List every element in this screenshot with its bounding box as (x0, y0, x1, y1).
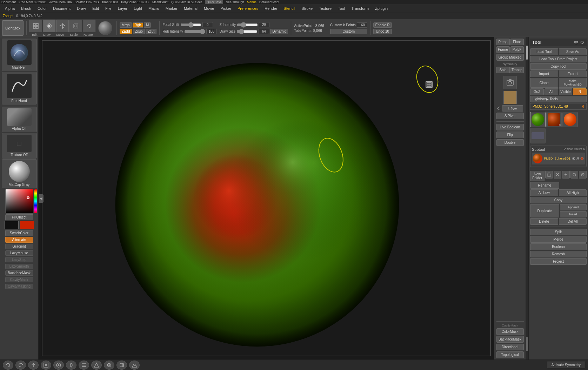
maskpen-tool[interactable]: MaskPen (2, 39, 37, 71)
texture-off-card[interactable]: □ Texture Off (2, 133, 37, 159)
menu-stencil[interactable]: Stencil (281, 6, 298, 11)
new-folder-button[interactable]: New Folder (530, 171, 544, 181)
bottom-btn-5[interactable] (53, 361, 64, 370)
backface-mask-button[interactable]: BackfaceMask (5, 270, 33, 276)
menu-layer[interactable]: Layer (115, 6, 131, 11)
del-all-button[interactable]: Del All (559, 218, 587, 225)
zscript-label[interactable]: Zscript (3, 14, 13, 18)
boolean-button[interactable]: Boolean (530, 243, 587, 250)
move-button[interactable] (56, 20, 69, 32)
bottom-btn-undo[interactable] (3, 361, 13, 370)
switch-color-button[interactable]: SwitchColor (5, 230, 33, 236)
folder-icon-5[interactable] (579, 171, 587, 179)
menu-brush[interactable]: Brush (18, 6, 34, 11)
menu-edit[interactable]: Edit (89, 6, 102, 11)
topological-button[interactable]: Topological (496, 351, 524, 358)
double-button[interactable]: Double (496, 139, 524, 146)
flip-button[interactable]: Flip (496, 132, 524, 138)
tool-thumb-pm3d-sphere3[interactable] (530, 112, 546, 127)
all-low-button[interactable]: All Low (530, 189, 558, 196)
lazy-mouse-button[interactable]: LazyMouse (5, 250, 33, 256)
snapshot-button[interactable] (503, 76, 517, 89)
menu-texture[interactable]: Texture (316, 6, 334, 11)
bottom-btn-7[interactable] (79, 361, 89, 370)
make-polymesh3d-button[interactable]: Make PolyMesh3D (559, 78, 587, 88)
draw-size-slider[interactable] (236, 30, 258, 33)
append-button[interactable]: Append (560, 204, 587, 210)
menu-color[interactable]: Color (35, 6, 49, 11)
color-mask-button[interactable]: ColorMask (496, 328, 524, 335)
load-tool-button[interactable]: Load Tool (530, 48, 558, 55)
bottom-btn-redo[interactable] (15, 361, 26, 370)
rgb-intensity-slider[interactable] (184, 30, 205, 33)
save-as-button[interactable]: Save As (559, 48, 587, 55)
alternate-button[interactable]: Alternate (5, 237, 33, 243)
polyf-button[interactable]: PolyF (510, 46, 524, 53)
fill-object-button[interactable]: FillObject (5, 214, 33, 220)
canvas-area[interactable] (39, 37, 494, 359)
matcap-card[interactable]: MatCap Gray (2, 159, 37, 188)
group-masked-button[interactable]: Group Masked (496, 54, 524, 61)
export-button[interactable]: Export (559, 70, 587, 77)
project-button[interactable]: Project (530, 258, 587, 265)
clone-button[interactable]: Clone (530, 78, 558, 88)
folder-icon-3[interactable] (562, 171, 570, 179)
duplicate-button[interactable]: Duplicate (530, 204, 559, 217)
dynamic-button[interactable]: Dynamic (270, 29, 288, 34)
z-intensity-slider[interactable] (237, 23, 258, 26)
swatch-red[interactable] (20, 221, 34, 229)
mrgb-button[interactable]: Mrgb (120, 22, 132, 28)
scroll-indicator[interactable] (526, 37, 528, 359)
alpha-off-card[interactable]: Alpha Off (2, 107, 37, 132)
menu-draw[interactable]: Draw (74, 6, 89, 11)
menu-alpha[interactable]: Alpha (2, 6, 18, 11)
subtool-eye-icon[interactable] (572, 157, 575, 160)
load-tools-from-project-button[interactable]: Load Tools From Project (530, 56, 587, 62)
bottom-btn-8[interactable] (91, 361, 102, 370)
swatch-black[interactable] (5, 221, 19, 229)
menu-material[interactable]: Material (181, 6, 200, 11)
menu-tool[interactable]: Tool (335, 6, 348, 11)
lightbox-tools-button[interactable]: Lightbox▶ Tools (530, 96, 587, 102)
color-picker[interactable]: FillObject SwitchColor Alternate (2, 189, 37, 243)
gradient-button[interactable]: Gradient (5, 244, 33, 249)
bottom-btn-6[interactable] (66, 361, 76, 370)
quick-save-btn[interactable]: QuickSave (205, 0, 223, 4)
folder-icon-2[interactable] (554, 171, 561, 179)
menu-stroke[interactable]: Stroke (299, 6, 315, 11)
visible-button[interactable]: Visible (559, 88, 573, 95)
menu-transform[interactable]: Transform (348, 6, 372, 11)
copy-tool-button[interactable]: Copy Tool (530, 63, 587, 70)
lightbox-button[interactable]: LightBox (2, 20, 24, 36)
bottom-btn-4[interactable] (41, 361, 51, 370)
tool-thumb-cylinder[interactable]: C (546, 112, 562, 127)
lazy-smooth-button[interactable]: LazySmooth (5, 264, 33, 269)
bottom-btn-10[interactable] (116, 361, 127, 370)
remesh-button[interactable]: Remesh (530, 251, 587, 257)
custom-button[interactable]: Custom (330, 29, 367, 34)
enable-r-button[interactable]: Enable R (373, 22, 392, 28)
all-high-button[interactable]: All High (559, 189, 587, 196)
bottom-btn-11[interactable] (129, 361, 140, 370)
cavity-mask-button[interactable]: CavityMask (5, 277, 33, 282)
menu-document[interactable]: Document (50, 6, 73, 11)
bottom-btn-3[interactable] (28, 361, 39, 370)
tool-thumb-simple[interactable] (562, 112, 578, 127)
floor-button[interactable]: Floor (510, 39, 524, 45)
zsub-button[interactable]: Zsub (133, 29, 145, 34)
subtool-color-icon[interactable] (580, 157, 584, 160)
menu-macro[interactable]: Macro (146, 6, 162, 11)
folder-icon-4[interactable] (570, 171, 578, 179)
m-button[interactable]: M (144, 22, 151, 28)
split-button[interactable]: Split (530, 229, 587, 235)
copy-button[interactable]: Copy (530, 197, 587, 203)
all-button[interactable]: All (544, 88, 558, 95)
persp-button[interactable]: Persp (496, 39, 510, 45)
goz-button[interactable]: GoZ (530, 88, 544, 95)
backface-mask-view-button[interactable]: BackfaceMask (496, 336, 524, 343)
zadd-button[interactable]: Zadd (120, 29, 132, 34)
brush-preview[interactable] (98, 21, 112, 35)
menu-picker[interactable]: Picker (218, 6, 234, 11)
bottom-btn-9[interactable] (104, 361, 114, 370)
menus-btn[interactable]: Menus (247, 0, 256, 4)
